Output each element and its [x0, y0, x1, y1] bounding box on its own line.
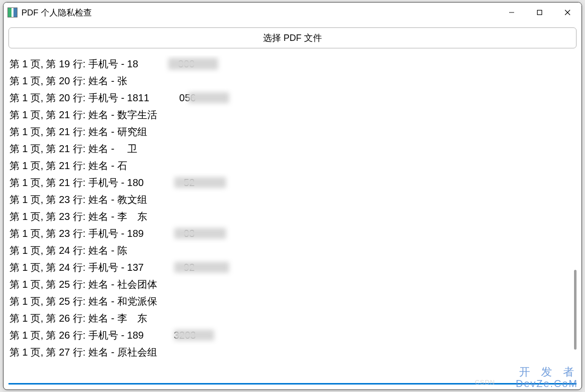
result-text: 第 1 页, 第 20 行: 姓名 - 张 — [9, 75, 147, 86]
result-line[interactable]: 第 1 页, 第 21 行: 姓名 - 卫 — [9, 140, 568, 157]
result-text: 第 1 页, 第 25 行: 姓名 - 和党派保 — [9, 296, 157, 307]
result-line[interactable]: 第 1 页, 第 20 行: 姓名 - 张 — [9, 72, 568, 89]
result-text: 第 1 页, 第 21 行: 姓名 - 数字生活 — [9, 109, 157, 120]
result-text: 第 1 页, 第 20 行: 手机号 - 1811 056 — [9, 92, 196, 103]
result-text: 第 1 页, 第 24 行: 手机号 - 137 92 — [9, 262, 195, 273]
content-area: 选择 PDF 文件 第 1 页, 第 19 行: 手机号 - 18 300第 1… — [3, 22, 582, 390]
application-window: PDF 个人隐私检查 选择 PDF 文件 第 1 页, 第 19 行: 手机号 … — [3, 2, 582, 390]
minimize-button[interactable] — [498, 2, 526, 22]
select-pdf-button[interactable]: 选择 PDF 文件 — [8, 27, 577, 48]
result-line[interactable]: 第 1 页, 第 26 行: 姓名 - 李 东 — [9, 310, 568, 327]
minimize-icon — [509, 9, 515, 15]
redaction-blur — [174, 330, 214, 341]
svg-rect-1 — [538, 10, 542, 15]
maximize-button[interactable] — [526, 2, 554, 22]
result-line[interactable]: 第 1 页, 第 20 行: 手机号 - 1811 056 — [9, 89, 568, 106]
scrollbar-track[interactable] — [573, 55, 577, 383]
result-line[interactable]: 第 1 页, 第 25 行: 姓名 - 社会团体 — [9, 276, 568, 293]
result-line[interactable]: 第 1 页, 第 27 行: 姓名 - 原社会组 — [9, 344, 568, 361]
result-line[interactable]: 第 1 页, 第 21 行: 手机号 - 180 52 — [9, 174, 568, 191]
titlebar: PDF 个人隐私检查 — [3, 2, 582, 22]
redaction-blur — [174, 177, 226, 188]
close-icon — [565, 9, 571, 15]
result-line[interactable]: 第 1 页, 第 24 行: 手机号 - 137 92 — [9, 259, 568, 276]
result-line[interactable]: 第 1 页, 第 21 行: 姓名 - 数字生活 — [9, 106, 568, 123]
result-text: 第 1 页, 第 23 行: 姓名 - 李 东 — [9, 211, 147, 222]
maximize-icon — [537, 9, 543, 15]
result-line[interactable]: 第 1 页, 第 23 行: 手机号 - 189 03 — [9, 225, 568, 242]
window-title: PDF 个人隐私检查 — [21, 7, 498, 18]
results-container: 第 1 页, 第 19 行: 手机号 - 18 300第 1 页, 第 20 行… — [8, 55, 577, 385]
redaction-blur — [174, 262, 229, 273]
result-text: 第 1 页, 第 21 行: 姓名 - 研究组 — [9, 126, 147, 137]
result-text: 第 1 页, 第 23 行: 手机号 - 189 03 — [9, 228, 195, 239]
result-text: 第 1 页, 第 21 行: 手机号 - 180 52 — [9, 177, 195, 188]
result-line[interactable]: 第 1 页, 第 21 行: 姓名 - 石 — [9, 157, 568, 174]
redaction-blur — [168, 58, 218, 70]
redaction-blur — [188, 92, 229, 103]
result-text: 第 1 页, 第 19 行: 手机号 - 18 300 — [9, 58, 195, 69]
result-text: 第 1 页, 第 26 行: 姓名 - 李 东 — [9, 313, 147, 324]
result-text: 第 1 页, 第 24 行: 姓名 - 陈 — [9, 245, 137, 256]
result-text: 第 1 页, 第 25 行: 姓名 - 社会团体 — [9, 279, 157, 290]
result-line[interactable]: 第 1 页, 第 26 行: 手机号 - 189 3203 — [9, 327, 568, 344]
scrollbar-thumb[interactable] — [574, 270, 577, 350]
result-line[interactable]: 第 1 页, 第 25 行: 姓名 - 和党派保 — [9, 293, 568, 310]
window-controls — [498, 2, 582, 22]
result-text: 第 1 页, 第 27 行: 姓名 - 原社会组 — [9, 347, 157, 358]
result-line[interactable]: 第 1 页, 第 24 行: 姓名 - 陈 — [9, 242, 568, 259]
result-text: 第 1 页, 第 23 行: 姓名 - 教文组 — [9, 194, 147, 205]
result-text: 第 1 页, 第 21 行: 姓名 - 卫 — [9, 143, 137, 154]
close-button[interactable] — [554, 2, 582, 22]
result-line[interactable]: 第 1 页, 第 19 行: 手机号 - 18 300 — [9, 55, 568, 72]
result-line[interactable]: 第 1 页, 第 21 行: 姓名 - 研究组 — [9, 123, 568, 140]
redaction-blur — [174, 228, 226, 239]
result-line[interactable]: 第 1 页, 第 23 行: 姓名 - 教文组 — [9, 191, 568, 208]
result-text: 第 1 页, 第 21 行: 姓名 - 石 — [9, 160, 137, 171]
result-line[interactable]: 第 1 页, 第 23 行: 姓名 - 李 东 — [9, 208, 568, 225]
app-icon — [7, 7, 17, 17]
results-list[interactable]: 第 1 页, 第 19 行: 手机号 - 18 300第 1 页, 第 20 行… — [8, 55, 571, 383]
result-text: 第 1 页, 第 26 行: 手机号 - 189 3203 — [9, 330, 196, 341]
